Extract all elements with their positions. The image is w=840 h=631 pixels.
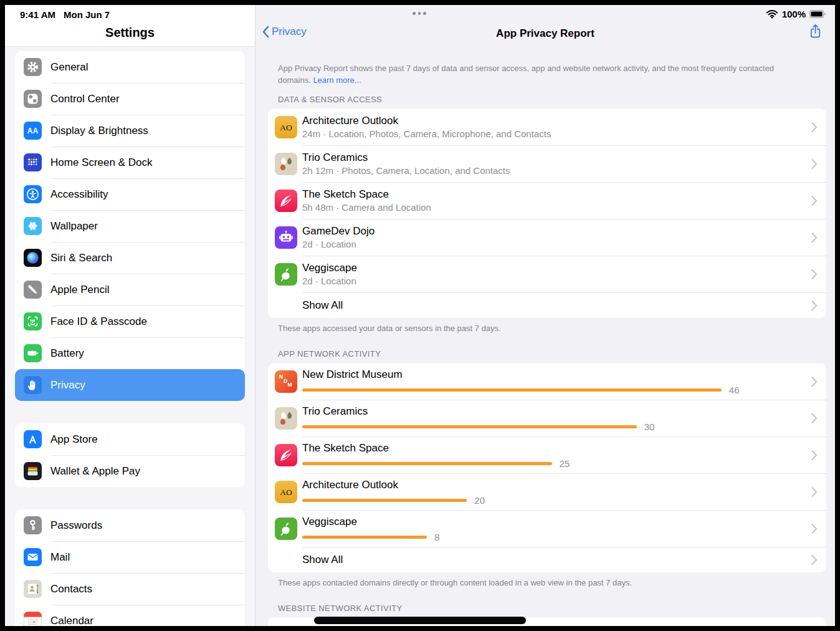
sidebar-item-home-screen-dock[interactable]: Home Screen & Dock xyxy=(15,147,245,178)
app-name: Trio Ceramics xyxy=(302,405,801,418)
app-row-veggiscape[interactable]: Veggiscape 2d · Location xyxy=(268,256,826,292)
network-row-architecture-outlook[interactable]: AO Architecture Outlook 20 xyxy=(268,473,826,510)
wifi-icon xyxy=(766,9,778,19)
network-contact-count: 25 xyxy=(560,458,570,469)
battery-status-icon xyxy=(809,10,826,18)
status-bar-right: 100% xyxy=(255,5,835,21)
sidebar-item-app-store[interactable]: App Store xyxy=(15,423,245,455)
intro-text: App Privacy Report shows the past 7 days… xyxy=(278,62,798,86)
app-name: New District Museum xyxy=(302,368,801,381)
network-row-veggiscape[interactable]: Veggiscape 8 xyxy=(268,510,826,547)
app-row-architecture-outlook[interactable]: AO Architecture Outlook 24m · Location, … xyxy=(268,108,826,145)
chevron-right-icon xyxy=(811,413,818,423)
sidebar-item-battery[interactable]: Battery xyxy=(15,337,245,369)
status-time: 9:41 AM xyxy=(20,9,55,20)
show-all-data-sensor[interactable]: Show All xyxy=(268,292,826,318)
settings-sidebar: 9:41 AM Mon Jun 7 Settings General xyxy=(5,5,255,626)
data-sensor-card: AO Architecture Outlook 24m · Location, … xyxy=(268,108,826,318)
sidebar-item-wallet[interactable]: Wallet & Apple Pay xyxy=(15,455,245,487)
sidebar-item-calendar[interactable]: Calendar xyxy=(15,605,245,626)
display-brightness-icon: AA xyxy=(24,122,42,140)
sidebar-item-label: Privacy xyxy=(50,379,85,392)
sidebar-item-display-brightness[interactable]: AA Display & Brightness xyxy=(15,115,245,147)
sidebar-item-privacy[interactable]: Privacy xyxy=(15,369,245,401)
sidebar-group-apps: Passwords Mail Contacts xyxy=(15,509,245,626)
share-button[interactable] xyxy=(808,22,823,42)
trio-ceramics-app-icon xyxy=(275,407,297,430)
sidebar-item-general[interactable]: General xyxy=(15,51,245,83)
chevron-right-icon xyxy=(811,554,818,565)
battery-icon xyxy=(24,344,42,362)
chevron-right-icon xyxy=(811,195,818,206)
sidebar-item-accessibility[interactable]: Accessibility xyxy=(15,178,245,210)
architecture-outlook-app-icon: AO xyxy=(275,116,297,138)
app-name: GameDev Dojo xyxy=(302,224,801,238)
network-activity-bar xyxy=(302,462,552,465)
sidebar-item-label: Control Center xyxy=(50,93,120,105)
learn-more-link[interactable]: Learn more... xyxy=(313,75,361,85)
sidebar-item-label: Wallpaper xyxy=(50,220,98,233)
network-row-trio-ceramics[interactable]: Trio Ceramics 30 xyxy=(268,400,826,436)
sidebar-item-passwords[interactable]: Passwords xyxy=(15,509,245,541)
app-name: Veggiscape xyxy=(302,515,801,528)
app-name: The Sketch Space xyxy=(302,188,801,201)
sketch-space-app-icon xyxy=(275,190,297,212)
sidebar-item-label: General xyxy=(50,61,88,74)
sidebar-item-label: Home Screen & Dock xyxy=(50,157,152,169)
section-header-app-network: APP NETWORK ACTIVITY xyxy=(278,349,813,359)
architecture-outlook-app-icon: AO xyxy=(275,481,297,503)
page-title: App Privacy Report xyxy=(255,27,835,40)
multitasking-indicator-icon[interactable] xyxy=(413,12,426,15)
sidebar-item-label: Calendar xyxy=(50,615,93,627)
sidebar-group-store: App Store Wallet & Apple Pay xyxy=(15,423,245,487)
app-access-detail: 2h 12m · Photos, Camera, Location, and C… xyxy=(302,165,801,176)
sidebar-item-label: Face ID & Passcode xyxy=(50,316,147,328)
gear-icon xyxy=(24,58,42,76)
mail-icon xyxy=(24,548,42,566)
sidebar-header: 9:41 AM Mon Jun 7 Settings xyxy=(5,5,255,47)
svg-text:AA: AA xyxy=(27,127,39,135)
sidebar-item-label: Apple Pencil xyxy=(50,284,110,296)
sidebar-list: General Control Center AA Display & Brig… xyxy=(5,47,255,626)
app-row-sketch-space[interactable]: The Sketch Space 5h 48m · Camera and Loc… xyxy=(268,182,826,219)
network-contact-count: 20 xyxy=(474,495,485,506)
app-access-detail: 24m · Location, Photos, Camera, Micropho… xyxy=(302,128,801,140)
app-row-trio-ceramics[interactable]: Trio Ceramics 2h 12m · Photos, Camera, L… xyxy=(268,145,826,182)
show-all-app-network[interactable]: Show All xyxy=(268,547,826,572)
sidebar-group-main: General Control Center AA Display & Brig… xyxy=(15,51,245,401)
sidebar-item-contacts[interactable]: Contacts xyxy=(15,573,245,605)
sidebar-item-label: Accessibility xyxy=(50,188,108,201)
network-row-new-district-museum[interactable]: NDM New District Museum 46 xyxy=(268,363,826,400)
chevron-right-icon xyxy=(811,300,818,311)
veggiscape-app-icon xyxy=(275,263,297,286)
navigation-bar: Privacy App Privacy Report xyxy=(255,21,835,50)
app-row-gamedev-dojo[interactable]: GameDev Dojo 2d · Location xyxy=(268,219,826,256)
app-name: Architecture Outlook xyxy=(302,114,801,127)
sidebar-item-apple-pencil[interactable]: Apple Pencil xyxy=(15,274,245,306)
sidebar-item-wallpaper[interactable]: Wallpaper xyxy=(15,210,245,242)
settings-title: Settings xyxy=(5,26,255,40)
app-name: The Sketch Space xyxy=(302,441,801,455)
sidebar-item-label: Passwords xyxy=(50,519,102,532)
calendar-icon xyxy=(24,612,42,626)
chevron-right-icon xyxy=(811,450,818,460)
sidebar-item-face-id-passcode[interactable]: Face ID & Passcode xyxy=(15,306,245,337)
wallet-icon xyxy=(24,462,42,480)
chevron-right-icon xyxy=(811,523,818,534)
ipad-screen: 9:41 AM Mon Jun 7 Settings General xyxy=(5,5,835,626)
trio-ceramics-app-icon xyxy=(275,153,297,175)
svg-text:AO: AO xyxy=(280,487,292,496)
sidebar-item-mail[interactable]: Mail xyxy=(15,541,245,573)
share-icon xyxy=(808,22,823,40)
home-indicator[interactable] xyxy=(314,617,526,624)
sidebar-item-label: Wallet & Apple Pay xyxy=(50,465,140,478)
network-activity-bar xyxy=(302,536,427,539)
sidebar-item-siri-search[interactable]: Siri & Search xyxy=(15,242,245,274)
sidebar-item-control-center[interactable]: Control Center xyxy=(15,83,245,115)
chevron-right-icon xyxy=(811,158,818,169)
battery-percent: 100% xyxy=(782,9,806,19)
app-name: Architecture Outlook xyxy=(302,478,801,491)
network-row-sketch-space[interactable]: The Sketch Space 25 xyxy=(268,436,826,473)
app-access-detail: 5h 48m · Camera and Location xyxy=(302,201,801,213)
svg-text:D: D xyxy=(284,377,287,383)
